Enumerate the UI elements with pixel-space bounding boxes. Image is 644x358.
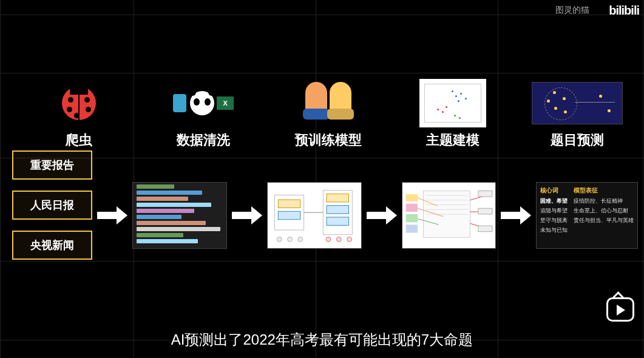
svg-point-8 bbox=[277, 237, 282, 242]
source-tag: 重要报告 bbox=[12, 150, 92, 180]
output-line: 追随与希望 bbox=[540, 207, 570, 215]
arrow-icon bbox=[367, 206, 397, 225]
panda-icon bbox=[190, 91, 214, 115]
arrow-icon bbox=[232, 206, 262, 225]
svg-point-9 bbox=[287, 237, 292, 242]
output-left-sub: 困难、希望 bbox=[540, 197, 570, 205]
data-sources: 重要报告 人民日报 央视新闻 bbox=[12, 150, 92, 260]
ladybug-icon bbox=[62, 86, 96, 120]
excel-icon: X bbox=[217, 96, 234, 110]
stage-topic: 主题建模 bbox=[398, 79, 507, 149]
stage-predict: 题目预测 bbox=[523, 79, 632, 149]
code-screenshot bbox=[132, 182, 227, 249]
svg-point-10 bbox=[298, 237, 303, 242]
source-tag: 人民日报 bbox=[12, 191, 92, 220]
svg-rect-2 bbox=[278, 200, 300, 208]
arrow-icon bbox=[97, 206, 127, 225]
svg-rect-14 bbox=[405, 194, 417, 201]
svg-rect-3 bbox=[278, 211, 300, 219]
output-line: 生命至上、信心与忍耐 bbox=[574, 207, 634, 215]
svg-rect-17 bbox=[405, 225, 417, 232]
svg-rect-4 bbox=[327, 194, 349, 201]
svg-rect-32 bbox=[478, 226, 492, 232]
svg-rect-30 bbox=[478, 191, 492, 197]
svg-point-11 bbox=[326, 237, 331, 242]
stage-label: 爬虫 bbox=[24, 131, 134, 149]
channel-watermark: 图灵的猫 bbox=[555, 5, 589, 16]
output-panel: 核心词 困难、希望 追随与希望 坚守与脱离 未知与已知 模型表征 疫情防控、长征… bbox=[536, 182, 638, 249]
output-line: 未知与已知 bbox=[540, 226, 570, 234]
tool-icon bbox=[173, 94, 186, 112]
output-left-header: 核心词 bbox=[540, 186, 570, 195]
svg-rect-16 bbox=[405, 214, 417, 222]
stage-label: 预训练模型 bbox=[274, 131, 383, 149]
arrow-icon bbox=[501, 206, 531, 225]
stage-crawler: 爬虫 bbox=[24, 79, 134, 149]
svg-rect-6 bbox=[327, 217, 349, 225]
output-right-header: 模型表征 bbox=[574, 186, 634, 195]
source-tag: 央视新闻 bbox=[12, 231, 92, 260]
transformer-diagram bbox=[267, 182, 362, 249]
puppets-icon bbox=[295, 82, 362, 124]
stage-label: 数据清洗 bbox=[149, 131, 258, 149]
stage-pretrain: 预训练模型 bbox=[274, 79, 383, 149]
svg-rect-31 bbox=[478, 208, 492, 214]
stage-label: 主题建模 bbox=[398, 131, 507, 149]
video-subtitle: AI预测出了2022年高考最有可能出现的7大命题 bbox=[0, 330, 644, 350]
svg-point-12 bbox=[336, 237, 341, 242]
svg-rect-5 bbox=[327, 206, 349, 214]
output-line: 坚守与脱离 bbox=[540, 217, 570, 225]
output-line: 责任与担当、平凡与英雄 bbox=[574, 217, 634, 225]
topic-model-diagram bbox=[402, 182, 497, 249]
stage-label: 题目预测 bbox=[523, 131, 632, 149]
pipeline-stages: 爬虫 X 数据清洗 预训练模型 bbox=[24, 79, 632, 149]
bilibili-logo: bilibili bbox=[609, 4, 639, 18]
process-flow: 核心词 困难、希望 追随与希望 坚守与脱离 未知与已知 模型表征 疫情防控、长征… bbox=[97, 182, 638, 249]
scatter3d-icon bbox=[419, 79, 486, 127]
bilibili-tv-icon bbox=[606, 297, 634, 322]
stage-cleaning: X 数据清洗 bbox=[149, 79, 258, 149]
svg-rect-15 bbox=[405, 204, 417, 212]
cluster-chart-icon bbox=[532, 82, 623, 124]
output-line: 疫情防控、长征精神 bbox=[574, 197, 634, 205]
svg-point-13 bbox=[347, 237, 351, 242]
